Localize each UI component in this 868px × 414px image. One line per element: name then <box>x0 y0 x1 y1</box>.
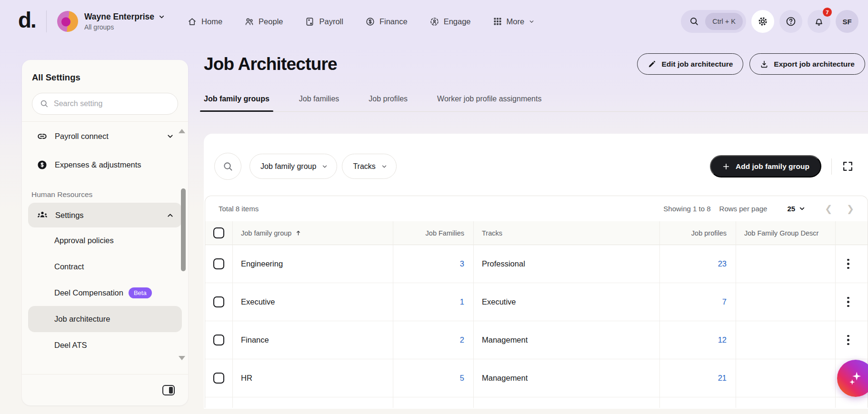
cell-job-profiles-count[interactable]: 21 <box>660 359 736 397</box>
row-actions-kebab[interactable] <box>847 297 849 307</box>
expand-fullscreen-icon[interactable] <box>842 160 854 172</box>
sidebar-item-settings[interactable]: Settings <box>28 203 182 227</box>
link-icon <box>37 131 48 142</box>
chevron-down-icon <box>158 13 165 20</box>
job-family-group-filter[interactable]: Job family group <box>249 154 337 179</box>
sidebar-search[interactable] <box>32 93 178 115</box>
rows-per-page-value: 25 <box>787 205 795 213</box>
row-actions-kebab[interactable] <box>847 335 849 345</box>
settings-sidebar: All Settings Payroll connect Expenses & … <box>22 60 188 405</box>
deel-logo[interactable]: d. <box>18 9 36 34</box>
next-page-button[interactable]: ❯ <box>847 203 854 214</box>
cell-job-families-count[interactable]: 2 <box>393 321 474 359</box>
tracks-filter[interactable]: Tracks <box>342 154 396 179</box>
sidebar-scrollbar[interactable] <box>181 188 186 271</box>
cell-description <box>736 245 836 283</box>
job-family-groups-table: Total 8 items Showing 1 to 8 Rows per pa… <box>205 196 868 408</box>
cell-job-family-group: Executive <box>233 283 393 321</box>
toolbar-divider <box>831 158 832 175</box>
table-row: Finance 2 Management 12 <box>205 321 868 359</box>
sparkle-icon <box>847 370 864 387</box>
table-row: HR 5 Management 21 <box>205 359 868 397</box>
search-icon <box>222 161 234 172</box>
collapse-sidebar-icon[interactable] <box>162 385 175 395</box>
cell-job-profiles-count[interactable]: 7 <box>660 283 736 321</box>
dropdown-label: Job family group <box>260 162 316 171</box>
cell-description <box>736 283 836 321</box>
cell-job-families-count[interactable]: 5 <box>393 359 474 397</box>
cell-job-profiles-count[interactable]: 12 <box>660 321 736 359</box>
content-card: Job family group Tracks Add job family g… <box>204 134 868 409</box>
row-actions-kebab[interactable] <box>847 259 849 269</box>
download-icon <box>760 60 768 69</box>
cell-job-families-count[interactable]: 3 <box>393 245 474 283</box>
select-all-checkbox[interactable] <box>213 227 224 238</box>
export-job-architecture-button[interactable]: Export job architecture <box>749 53 865 75</box>
table-row-partial <box>205 397 868 408</box>
cell-job-family-group: Finance <box>233 321 393 359</box>
table-row: Engineering 3 Professional 23 <box>205 245 868 283</box>
rows-per-page-label: Rows per page <box>719 205 768 213</box>
sidebar-item-label: Job architecture <box>54 315 110 324</box>
filter-toolbar: Job family group Tracks Add job family g… <box>204 134 868 180</box>
dollar-filled-icon <box>37 159 48 170</box>
sidebar-item-expenses[interactable]: Expenses & adjustments <box>28 150 182 179</box>
sidebar-item-label: Settings <box>55 211 84 220</box>
page-title: Job Architecture <box>204 55 337 73</box>
sidebar-subitem-deel-compensation[interactable]: Deel Compensation Beta <box>22 280 188 306</box>
sort-ascending-icon <box>295 229 302 237</box>
sidebar-section-label: Human Resources <box>31 190 188 199</box>
search-icon <box>40 99 49 108</box>
column-header-job-profiles[interactable]: Job profiles <box>660 221 736 245</box>
column-header-job-families[interactable]: Job Families <box>393 221 474 245</box>
sidebar-subitem-approval-policies[interactable]: Approval policies <box>22 227 188 254</box>
row-checkbox[interactable] <box>213 335 224 345</box>
row-checkbox[interactable] <box>213 296 224 307</box>
row-checkbox[interactable] <box>213 373 224 384</box>
rows-per-page-select[interactable]: 25 <box>787 205 806 213</box>
button-label: Edit job architecture <box>661 60 733 69</box>
sidebar-footer <box>22 374 188 405</box>
home-icon <box>187 17 197 27</box>
tab-worker-job-profile-assignments[interactable]: Worker job profile assignments <box>433 95 545 111</box>
pencil-icon <box>648 60 656 69</box>
sidebar-item-label: Payroll connect <box>55 132 109 141</box>
cell-job-families-count[interactable]: 1 <box>393 283 474 321</box>
search-setting-input[interactable] <box>54 99 170 108</box>
edit-job-architecture-button[interactable]: Edit job architecture <box>637 53 743 75</box>
add-job-family-group-button[interactable]: Add job family group <box>710 155 821 177</box>
cell-tracks: Professional <box>474 245 660 283</box>
tab-job-profiles[interactable]: Job profiles <box>365 95 411 111</box>
cell-description <box>736 321 836 359</box>
scroll-down-arrow[interactable] <box>179 356 185 360</box>
table-search-button[interactable] <box>214 153 241 180</box>
org-switcher[interactable]: Wayne Enterprise All groups <box>57 11 165 32</box>
sidebar-subitem-job-architecture[interactable]: Job architecture <box>28 306 182 332</box>
chevron-down-icon <box>321 163 328 170</box>
chevron-up-icon <box>166 211 174 219</box>
beta-badge: Beta <box>129 287 152 298</box>
dropdown-label: Tracks <box>353 162 375 171</box>
sidebar-subitem-contract[interactable]: Contract <box>22 254 188 280</box>
main-content: Job Architecture Edit job architecture E… <box>204 0 868 409</box>
sidebar-subitem-deel-ats[interactable]: Deel ATS <box>22 332 188 358</box>
tab-job-family-groups[interactable]: Job family groups <box>200 95 273 111</box>
column-header-job-family-group[interactable]: Job family group <box>233 221 393 245</box>
org-avatar <box>57 11 78 32</box>
sidebar-scroll-area: Payroll connect Expenses & adjustments H… <box>22 121 188 367</box>
cell-job-family-group: HR <box>233 359 393 397</box>
column-header-description[interactable]: Job Family Group Descr <box>736 221 836 245</box>
cell-job-profiles-count[interactable]: 23 <box>660 245 736 283</box>
column-header-tracks[interactable]: Tracks <box>474 221 660 245</box>
previous-page-button[interactable]: ❮ <box>825 203 832 214</box>
cell-tracks: Executive <box>474 283 660 321</box>
sidebar-item-payroll-connect[interactable]: Payroll connect <box>28 122 182 150</box>
row-checkbox[interactable] <box>213 258 224 269</box>
tab-job-families[interactable]: Job families <box>295 95 343 111</box>
total-items-label: Total 8 items <box>219 205 259 213</box>
chevron-down-icon <box>381 163 388 170</box>
scroll-up-arrow[interactable] <box>179 129 185 133</box>
button-label: Export job architecture <box>774 60 855 69</box>
sidebar-item-label: Deel Compensation <box>54 288 123 297</box>
cell-tracks: Management <box>474 359 660 397</box>
